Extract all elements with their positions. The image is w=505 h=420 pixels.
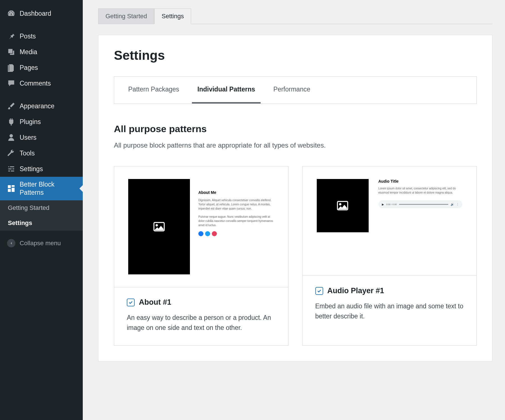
sidebar-separator	[0, 21, 83, 28]
card-header: About #1	[127, 298, 276, 307]
sidebar-label: Appearance	[20, 102, 54, 110]
card-body: Audio Player #1 Embed an audio file with…	[303, 276, 477, 334]
preview-heading: About Me	[198, 190, 274, 195]
sidebar-item-plugins[interactable]: Plugins	[0, 114, 83, 130]
dashboard-icon	[7, 9, 15, 18]
sidebar-label: Dashboard	[20, 10, 51, 17]
inner-tab-individual[interactable]: Individual Patterns	[192, 77, 261, 104]
main-content: Getting Started Settings Settings Patter…	[83, 0, 505, 420]
preview-text: About Me Dignissim. Aliquet vehicula con…	[198, 179, 274, 274]
pattern-checkbox[interactable]	[127, 299, 135, 306]
comments-icon	[7, 79, 15, 88]
tab-settings[interactable]: Settings	[154, 8, 191, 24]
sidebar-label: Users	[20, 134, 36, 141]
play-icon: ▶	[382, 203, 384, 206]
facebook-icon	[198, 231, 203, 236]
submenu-getting-started[interactable]: Getting Started	[0, 200, 83, 215]
preview-para: Pulvinar neque augue. Nunc vestibulum ad…	[198, 215, 274, 227]
brush-icon	[7, 102, 15, 110]
pattern-cards: About Me Dignissim. Aliquet vehicula con…	[114, 166, 477, 346]
audio-player: ▶ 0:00 / 0:00 🔊 ⋮	[378, 200, 463, 208]
inner-tabs: Pattern Packages Individual Patterns Per…	[114, 76, 477, 104]
image-icon	[153, 222, 165, 231]
inner-tab-performance[interactable]: Performance	[268, 77, 316, 104]
card-header: Audio Player #1	[315, 286, 464, 295]
card-title: About #1	[139, 298, 171, 307]
sidebar-item-settings[interactable]: Settings	[0, 161, 83, 177]
user-icon	[7, 133, 15, 142]
sidebar-label: Media	[20, 48, 37, 56]
wrench-icon	[7, 149, 15, 157]
card-desc: An easy way to describe a person or a pr…	[127, 313, 276, 333]
preview-para: Lorem ipsum dolor sit amet, consectetur …	[378, 186, 463, 195]
section-title: All purpose patterns	[114, 123, 477, 134]
sidebar-label: Tools	[20, 150, 35, 157]
svg-point-1	[156, 224, 158, 226]
image-placeholder	[317, 179, 369, 232]
image-placeholder	[128, 179, 190, 274]
pages-icon	[7, 63, 15, 72]
content-panel: Settings Pattern Packages Individual Pat…	[98, 35, 492, 361]
sidebar-label: Plugins	[20, 118, 41, 126]
admin-sidebar: Dashboard Posts Media Pages Comments App…	[0, 0, 83, 420]
preview-text: Audio Title Lorem ipsum dolor sit amet, …	[378, 179, 463, 232]
sidebar-item-posts[interactable]: Posts	[0, 28, 83, 44]
pattern-card-about: About Me Dignissim. Aliquet vehicula con…	[114, 166, 288, 346]
sidebar-item-users[interactable]: Users	[0, 130, 83, 145]
section-desc: All purpose block patterns that are appr…	[114, 141, 477, 149]
sidebar-item-pages[interactable]: Pages	[0, 60, 83, 75]
tab-getting-started[interactable]: Getting Started	[98, 8, 154, 24]
audio-time: 0:00 / 0:00	[386, 203, 397, 206]
card-preview: Audio Title Lorem ipsum dolor sit amet, …	[303, 166, 477, 276]
pin-icon	[7, 32, 15, 40]
sliders-icon	[7, 165, 15, 173]
sidebar-item-better-block-patterns[interactable]: Better Block Patterns	[0, 177, 83, 200]
sidebar-label: Comments	[20, 80, 51, 87]
twitter-icon	[205, 231, 210, 236]
sidebar-label: Posts	[20, 33, 36, 40]
inner-tab-packages[interactable]: Pattern Packages	[123, 77, 185, 104]
layout-icon	[7, 184, 15, 193]
social-icons	[198, 231, 274, 236]
collapse-menu[interactable]: Collapse menu	[0, 234, 83, 253]
card-body: About #1 An easy way to describe a perso…	[114, 287, 288, 345]
sidebar-item-appearance[interactable]: Appearance	[0, 98, 83, 114]
media-icon	[7, 48, 15, 56]
collapse-icon	[7, 239, 15, 247]
sidebar-item-dashboard[interactable]: Dashboard	[0, 6, 83, 21]
sidebar-submenu: Getting Started Settings	[0, 200, 83, 231]
more-icon: ⋮	[456, 203, 459, 206]
plug-icon	[7, 118, 15, 126]
sidebar-label: Better Block Patterns	[20, 180, 54, 197]
sidebar-item-tools[interactable]: Tools	[0, 145, 83, 161]
pattern-card-audio: Audio Title Lorem ipsum dolor sit amet, …	[302, 166, 477, 346]
sidebar-separator	[0, 91, 83, 98]
sidebar-item-media[interactable]: Media	[0, 44, 83, 60]
instagram-icon	[212, 231, 217, 236]
card-desc: Embed an audio file with an image and so…	[315, 301, 464, 321]
sidebar-item-comments[interactable]: Comments	[0, 75, 83, 91]
audio-track	[399, 204, 448, 205]
volume-icon: 🔊	[451, 203, 454, 206]
card-preview: About Me Dignissim. Aliquet vehicula con…	[114, 166, 288, 287]
card-title: Audio Player #1	[327, 286, 384, 295]
preview-heading: Audio Title	[378, 179, 463, 183]
submenu-settings[interactable]: Settings	[0, 215, 83, 231]
sidebar-label: Pages	[20, 64, 38, 72]
sidebar-label: Settings	[20, 165, 43, 173]
pattern-checkbox[interactable]	[315, 287, 323, 295]
image-icon	[337, 201, 348, 210]
page-title: Settings	[114, 48, 477, 63]
page-tabs: Getting Started Settings	[98, 8, 492, 24]
svg-point-3	[339, 203, 341, 205]
preview-para: Dignissim. Aliquet vehicula consectetuer…	[198, 198, 274, 211]
